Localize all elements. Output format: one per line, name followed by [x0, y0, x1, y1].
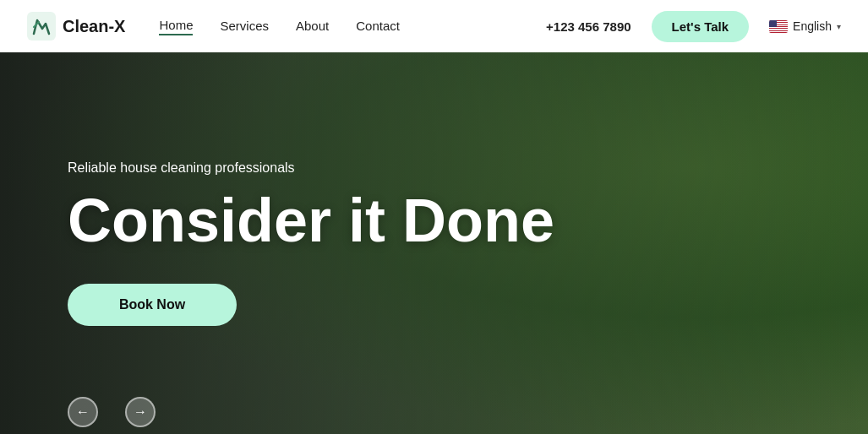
hero-title: Consider it Done: [68, 189, 800, 253]
logo-text: Clean-X: [63, 17, 125, 36]
nav-right: +123 456 7890 Let's Talk English ▾: [546, 11, 841, 42]
logo-icon: [27, 12, 56, 41]
book-now-button[interactable]: Book Now: [68, 284, 237, 326]
prev-indicator[interactable]: ←: [68, 397, 98, 427]
nav-links: Home Services About Contact: [159, 18, 546, 35]
nav-contact[interactable]: Contact: [356, 19, 400, 35]
hero-content: Reliable house cleaning professionals Co…: [0, 52, 868, 434]
nav-services[interactable]: Services: [220, 19, 269, 35]
language-selector[interactable]: English ▾: [769, 19, 841, 33]
left-arrow-icon: ←: [76, 404, 90, 420]
hero-subtitle: Reliable house cleaning professionals: [68, 160, 800, 176]
nav-home[interactable]: Home: [159, 18, 193, 35]
cta-button[interactable]: Let's Talk: [652, 11, 749, 42]
logo[interactable]: Clean-X: [27, 12, 125, 41]
lang-label: English: [793, 19, 832, 33]
bottom-indicators: ← →: [0, 393, 868, 434]
navbar: Clean-X Home Services About Contact +123…: [0, 0, 868, 52]
nav-about[interactable]: About: [296, 19, 329, 35]
flag-icon: [769, 20, 788, 33]
chevron-down-icon: ▾: [837, 22, 841, 31]
right-arrow-icon: →: [134, 404, 147, 420]
phone-number: +123 456 7890: [546, 19, 631, 34]
next-indicator[interactable]: →: [125, 397, 156, 427]
